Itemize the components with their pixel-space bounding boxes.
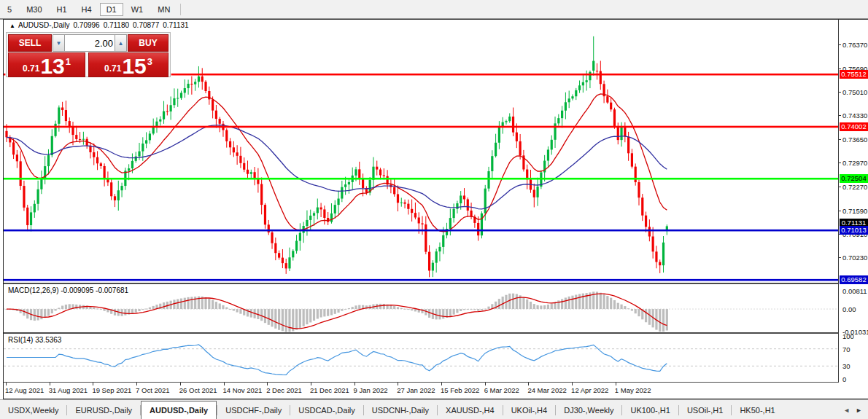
price-tick-label: 0.71590 [842, 207, 867, 215]
tab-audusd-daily[interactable]: AUDUSD-,Daily [141, 401, 217, 419]
hline-price-badge: 0.75512 [840, 70, 868, 79]
time-tick-label: 12 Apr 2022 [571, 386, 608, 394]
tab-usdcnh-daily[interactable]: USDCNH-,Daily [364, 400, 437, 419]
quote-open: 0.70996 [73, 21, 99, 29]
quote-close: 0.71131 [163, 21, 188, 29]
rsi-indicator-pane[interactable]: RSI(14) 33.5363 [4, 334, 838, 383]
buy-button[interactable]: BUY [128, 34, 168, 52]
time-tick-mark [93, 383, 93, 385]
rsi-label: RSI(14) 33.5363 [8, 336, 61, 344]
timeframe-button-m30[interactable]: M30 [20, 3, 48, 16]
price-tick-mark [839, 92, 841, 93]
volume-decrease-button[interactable]: ▼ [53, 34, 65, 52]
rsi-scale-label: 30 [842, 362, 850, 370]
timeframe-button-w1[interactable]: W1 [125, 3, 150, 16]
tab-arrows: ◄► [843, 400, 868, 419]
price-tick-label: 0.76370 [842, 41, 867, 49]
one-click-trading-panel: SELL ▼ ▲ BUY 0.71 13 1 0.71 15 3 [6, 32, 171, 77]
timeframe-button-h4[interactable]: H4 [75, 3, 98, 16]
macd-label: MACD(12,26,9) -0.009095 -0.007681 [8, 286, 128, 294]
tab-xauusd-h4[interactable]: XAUUSD-,H4 [438, 400, 503, 419]
time-tick-label: 9 Jan 2022 [354, 386, 388, 394]
time-tick-mark [6, 383, 7, 385]
timeframe-toolbar: 5M30H1H4D1W1MN [0, 0, 868, 20]
hline-price-badge: 0.71013 [840, 226, 868, 235]
tab-hk50-h1[interactable]: HK50-,H1 [732, 400, 783, 419]
time-tick-mark [224, 383, 225, 385]
buy-price-display[interactable]: 0.71 15 3 [88, 52, 168, 77]
chevron-up-icon: ▲ [118, 40, 124, 47]
time-tick-label: 26 Oct 2021 [179, 386, 217, 394]
time-tick-label: 7 Oct 2021 [136, 386, 169, 394]
macd-scale-label: 0.00 [842, 305, 856, 313]
price-tick-mark [839, 139, 841, 140]
sell-price-pips: 13 [40, 57, 64, 76]
price-tick-mark [839, 211, 841, 211]
price-tick-mark [839, 44, 841, 45]
quote-low: 0.70877 [133, 21, 159, 29]
price-tick-label: 0.75010 [842, 88, 867, 96]
tab-eurusd-daily[interactable]: EURUSD-,Daily [67, 400, 140, 419]
chart-tab-bar: USDX,WeeklyEURUSD-,DailyAUDUSD-,DailyUSD… [0, 399, 868, 419]
macd-chart [4, 284, 838, 332]
price-tick-mark [839, 257, 841, 258]
timeframe-button-mn[interactable]: MN [151, 3, 177, 16]
time-tick-label: 12 Aug 2021 [5, 386, 44, 394]
chart-symbol-period: AUDUSD-,Daily [18, 21, 70, 29]
time-tick-mark [528, 383, 529, 385]
tab-scroll-right-icon[interactable]: ► [856, 407, 862, 414]
timeframe-button-h1[interactable]: H1 [50, 3, 74, 16]
time-tick-label: 14 Nov 2021 [223, 386, 263, 394]
sell-price-display[interactable]: 0.71 13 1 [8, 52, 85, 77]
collapse-trade-panel-icon[interactable]: ▲ [9, 23, 15, 29]
sell-price-point: 1 [66, 56, 71, 67]
hline-price-badge: 0.69582 [840, 275, 868, 284]
tab-usoil-h1[interactable]: USOil-,H1 [679, 400, 732, 419]
volume-increase-button[interactable]: ▲ [115, 34, 127, 52]
price-tick-label: 0.72270 [842, 183, 867, 191]
rsi-scale-label: 0 [842, 375, 846, 383]
price-axis[interactable]: 0.763700.756900.750100.743300.736500.729… [838, 20, 868, 383]
macd-indicator-pane[interactable]: MACD(12,26,9) -0.009095 -0.007681 [4, 284, 838, 334]
tab-dj30-weekly[interactable]: DJ30-,Weekly [556, 400, 621, 419]
hline-price-badge: 0.72504 [840, 174, 868, 183]
timeframe-button-5[interactable]: 5 [1, 3, 18, 16]
chevron-down-icon: ▼ [56, 40, 62, 47]
time-tick-mark [50, 383, 50, 385]
price-tick-mark [839, 115, 841, 116]
tab-scroll-left-icon[interactable]: ◄ [843, 407, 850, 414]
time-tick-mark [485, 383, 486, 385]
time-tick-mark [616, 383, 616, 385]
buy-price-pips: 15 [122, 57, 146, 76]
rsi-scale-label: 100 [842, 332, 854, 340]
trading-terminal: 5M30H1H4D1W1MN ▲AUDUSD-,Daily0.709960.71… [0, 0, 868, 419]
timeframe-button-d1[interactable]: D1 [100, 3, 123, 16]
time-tick-label: 1 May 2022 [615, 386, 651, 394]
price-tick-label: 0.73650 [842, 136, 867, 144]
hline-price-badge: 0.74002 [840, 122, 868, 131]
tab-usdchf-daily[interactable]: USDCHF-,Daily [217, 400, 290, 419]
sell-button[interactable]: SELL [8, 34, 52, 52]
chart-window: ▲AUDUSD-,Daily0.709960.711800.708770.711… [3, 19, 868, 399]
buy-price-point: 3 [147, 56, 152, 67]
price-tick-mark [839, 187, 841, 187]
rsi-scale-label: 70 [842, 345, 850, 353]
time-tick-mark [398, 383, 398, 385]
price-tick-mark [839, 68, 841, 69]
tab-uk100-h1[interactable]: UK100-,H1 [622, 400, 678, 419]
tab-ukoil-h4[interactable]: UKOil-,H4 [503, 400, 556, 419]
time-tick-label: 27 Jan 2022 [397, 386, 435, 394]
time-tick-mark [311, 383, 311, 385]
time-axis[interactable]: 12 Aug 202131 Aug 202119 Sep 20217 Oct 2… [4, 383, 838, 399]
time-tick-mark [441, 383, 442, 385]
time-tick-label: 6 Mar 2022 [484, 386, 519, 394]
price-chart-pane[interactable]: SELL ▼ ▲ BUY 0.71 13 1 0.71 15 3 [4, 20, 838, 284]
tab-usdx-weekly[interactable]: USDX,Weekly [0, 400, 66, 419]
buy-price-base: 0.71 [104, 63, 121, 74]
chart-title: ▲AUDUSD-,Daily0.709960.711800.708770.711… [9, 21, 193, 29]
rsi-chart [4, 334, 838, 382]
tab-usdcad-daily[interactable]: USDCAD-,Daily [290, 400, 363, 419]
price-tick-label: 0.74330 [842, 111, 867, 120]
time-tick-mark [180, 383, 181, 385]
volume-input[interactable] [64, 34, 117, 52]
